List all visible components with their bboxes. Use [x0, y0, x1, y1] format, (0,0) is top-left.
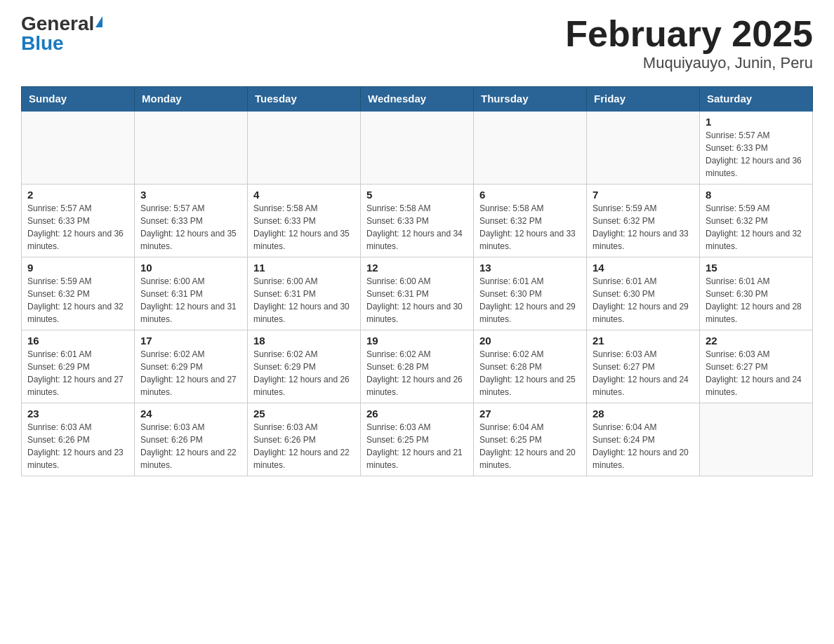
day-info: Sunrise: 6:02 AMSunset: 6:28 PMDaylight:… [366, 348, 468, 398]
title-block: February 2025 Muquiyauyo, Junin, Peru [565, 14, 813, 72]
calendar-cell: 12Sunrise: 6:00 AMSunset: 6:31 PMDayligh… [361, 257, 474, 330]
calendar-cell [587, 111, 700, 185]
calendar-cell: 28Sunrise: 6:04 AMSunset: 6:24 PMDayligh… [587, 403, 700, 476]
day-info: Sunrise: 6:03 AMSunset: 6:26 PMDaylight:… [253, 421, 355, 471]
calendar-cell: 1Sunrise: 5:57 AMSunset: 6:33 PMDaylight… [700, 111, 813, 185]
calendar-cell: 11Sunrise: 6:00 AMSunset: 6:31 PMDayligh… [248, 257, 361, 330]
day-number: 24 [140, 408, 241, 420]
day-info: Sunrise: 6:01 AMSunset: 6:30 PMDaylight:… [479, 275, 581, 326]
day-info: Sunrise: 6:01 AMSunset: 6:30 PMDaylight:… [593, 275, 694, 326]
logo: General Blue [21, 14, 102, 53]
calendar-cell: 10Sunrise: 6:00 AMSunset: 6:31 PMDayligh… [135, 257, 248, 330]
calendar-cell [474, 111, 587, 185]
calendar-cell: 8Sunrise: 5:59 AMSunset: 6:32 PMDaylight… [700, 185, 813, 257]
weekday-header-row: SundayMondayTuesdayWednesdayThursdayFrid… [22, 87, 813, 112]
calendar-cell: 17Sunrise: 6:02 AMSunset: 6:29 PMDayligh… [135, 330, 248, 403]
calendar-cell [361, 111, 474, 185]
day-info: Sunrise: 6:03 AMSunset: 6:27 PMDaylight:… [593, 348, 694, 398]
day-number: 4 [253, 189, 355, 201]
day-number: 11 [253, 262, 355, 274]
weekday-header-tuesday: Tuesday [248, 87, 361, 112]
calendar-cell: 26Sunrise: 6:03 AMSunset: 6:25 PMDayligh… [361, 403, 474, 476]
day-number: 2 [27, 189, 128, 201]
calendar-title: February 2025 [565, 14, 813, 54]
day-info: Sunrise: 6:02 AMSunset: 6:29 PMDaylight:… [253, 348, 355, 398]
calendar-cell [700, 403, 813, 476]
calendar-cell: 18Sunrise: 6:02 AMSunset: 6:29 PMDayligh… [248, 330, 361, 403]
day-info: Sunrise: 5:58 AMSunset: 6:33 PMDaylight:… [253, 202, 355, 253]
day-number: 6 [479, 189, 581, 201]
calendar-cell: 2Sunrise: 5:57 AMSunset: 6:33 PMDaylight… [22, 185, 135, 257]
day-number: 17 [140, 335, 241, 347]
day-info: Sunrise: 6:02 AMSunset: 6:29 PMDaylight:… [140, 348, 241, 398]
day-info: Sunrise: 5:57 AMSunset: 6:33 PMDaylight:… [140, 202, 241, 253]
day-number: 19 [366, 335, 468, 347]
week-row-3: 9Sunrise: 5:59 AMSunset: 6:32 PMDaylight… [22, 257, 813, 330]
day-number: 8 [706, 189, 807, 201]
day-number: 9 [27, 262, 128, 274]
calendar-cell: 4Sunrise: 5:58 AMSunset: 6:33 PMDaylight… [248, 185, 361, 257]
calendar-cell: 27Sunrise: 6:04 AMSunset: 6:25 PMDayligh… [474, 403, 587, 476]
weekday-header-sunday: Sunday [22, 87, 135, 112]
day-number: 22 [706, 335, 807, 347]
day-info: Sunrise: 6:01 AMSunset: 6:30 PMDaylight:… [706, 275, 807, 326]
calendar-cell: 25Sunrise: 6:03 AMSunset: 6:26 PMDayligh… [248, 403, 361, 476]
calendar-cell: 21Sunrise: 6:03 AMSunset: 6:27 PMDayligh… [587, 330, 700, 403]
day-info: Sunrise: 5:57 AMSunset: 6:33 PMDaylight:… [27, 202, 128, 253]
day-info: Sunrise: 5:57 AMSunset: 6:33 PMDaylight:… [706, 129, 807, 180]
calendar-cell [248, 111, 361, 185]
day-number: 14 [593, 262, 694, 274]
day-number: 28 [593, 408, 694, 420]
day-info: Sunrise: 6:03 AMSunset: 6:27 PMDaylight:… [706, 348, 807, 398]
logo-blue: Blue [21, 34, 64, 53]
calendar-table: SundayMondayTuesdayWednesdayThursdayFrid… [21, 86, 813, 476]
day-info: Sunrise: 5:58 AMSunset: 6:32 PMDaylight:… [479, 202, 581, 253]
day-info: Sunrise: 5:59 AMSunset: 6:32 PMDaylight:… [706, 202, 807, 253]
week-row-5: 23Sunrise: 6:03 AMSunset: 6:26 PMDayligh… [22, 403, 813, 476]
day-info: Sunrise: 6:04 AMSunset: 6:24 PMDaylight:… [593, 421, 694, 471]
day-info: Sunrise: 6:02 AMSunset: 6:28 PMDaylight:… [479, 348, 581, 398]
day-info: Sunrise: 6:01 AMSunset: 6:29 PMDaylight:… [27, 348, 128, 398]
day-number: 13 [479, 262, 581, 274]
calendar-cell: 6Sunrise: 5:58 AMSunset: 6:32 PMDaylight… [474, 185, 587, 257]
weekday-header-friday: Friday [587, 87, 700, 112]
calendar-cell [135, 111, 248, 185]
day-info: Sunrise: 6:03 AMSunset: 6:26 PMDaylight:… [140, 421, 241, 471]
day-number: 3 [140, 189, 241, 201]
page-header: General Blue February 2025 Muquiyauyo, J… [21, 14, 813, 72]
day-info: Sunrise: 6:00 AMSunset: 6:31 PMDaylight:… [366, 275, 468, 326]
calendar-cell [22, 111, 135, 185]
logo-triangle-icon [95, 16, 102, 27]
day-info: Sunrise: 6:00 AMSunset: 6:31 PMDaylight:… [253, 275, 355, 326]
day-number: 26 [366, 408, 468, 420]
week-row-2: 2Sunrise: 5:57 AMSunset: 6:33 PMDaylight… [22, 185, 813, 257]
day-number: 18 [253, 335, 355, 347]
day-number: 25 [253, 408, 355, 420]
calendar-subtitle: Muquiyauyo, Junin, Peru [565, 54, 813, 72]
weekday-header-wednesday: Wednesday [361, 87, 474, 112]
day-number: 23 [27, 408, 128, 420]
calendar-cell: 24Sunrise: 6:03 AMSunset: 6:26 PMDayligh… [135, 403, 248, 476]
calendar-cell: 16Sunrise: 6:01 AMSunset: 6:29 PMDayligh… [22, 330, 135, 403]
weekday-header-saturday: Saturday [700, 87, 813, 112]
calendar-cell: 5Sunrise: 5:58 AMSunset: 6:33 PMDaylight… [361, 185, 474, 257]
day-number: 1 [706, 116, 807, 128]
day-number: 7 [593, 189, 694, 201]
weekday-header-thursday: Thursday [474, 87, 587, 112]
day-info: Sunrise: 5:58 AMSunset: 6:33 PMDaylight:… [366, 202, 468, 253]
week-row-4: 16Sunrise: 6:01 AMSunset: 6:29 PMDayligh… [22, 330, 813, 403]
day-number: 15 [706, 262, 807, 274]
calendar-cell: 9Sunrise: 5:59 AMSunset: 6:32 PMDaylight… [22, 257, 135, 330]
day-number: 27 [479, 408, 581, 420]
calendar-cell: 23Sunrise: 6:03 AMSunset: 6:26 PMDayligh… [22, 403, 135, 476]
day-info: Sunrise: 6:00 AMSunset: 6:31 PMDaylight:… [140, 275, 241, 326]
calendar-cell: 15Sunrise: 6:01 AMSunset: 6:30 PMDayligh… [700, 257, 813, 330]
calendar-cell: 20Sunrise: 6:02 AMSunset: 6:28 PMDayligh… [474, 330, 587, 403]
day-number: 12 [366, 262, 468, 274]
day-info: Sunrise: 6:03 AMSunset: 6:26 PMDaylight:… [27, 421, 128, 471]
day-number: 10 [140, 262, 241, 274]
day-number: 16 [27, 335, 128, 347]
day-info: Sunrise: 6:04 AMSunset: 6:25 PMDaylight:… [479, 421, 581, 471]
day-info: Sunrise: 5:59 AMSunset: 6:32 PMDaylight:… [593, 202, 694, 253]
calendar-cell: 3Sunrise: 5:57 AMSunset: 6:33 PMDaylight… [135, 185, 248, 257]
